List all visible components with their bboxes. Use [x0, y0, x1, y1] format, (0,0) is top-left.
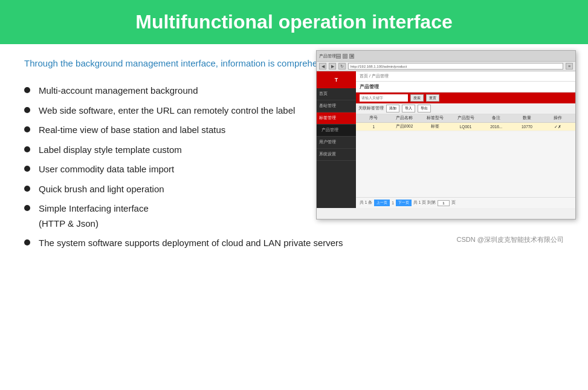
reset-button[interactable]: 重置 [426, 94, 439, 102]
pagination: 共 1 条 上一页 1 下一页 共 1 页 到第 页 [356, 197, 575, 208]
panel-title: 产品管理 [356, 82, 575, 93]
window-controls: — □ ✕ [336, 54, 354, 59]
settings-button: ≡ [566, 63, 573, 70]
sidebar-item-settings: 系统设置 [317, 149, 356, 161]
app-logo: T [317, 71, 356, 88]
bullet-dot [24, 186, 30, 192]
add-button[interactable]: 添加 [386, 105, 399, 112]
sidebar-item-home: 首页 [317, 88, 356, 100]
table-row: 1 产品0002 标签 LQ001 2016... 10770 ✓✗ [356, 123, 575, 131]
app-body: T 首页 基站管理 标签管理 产品管理 用户管理 系统设置 首页 / 产品管理 … [317, 71, 575, 208]
bullet-dot [24, 107, 30, 113]
action-bar: 关联标签管理 添加 导入 导出 [356, 103, 575, 114]
bullet-dot [24, 239, 30, 245]
browser-title-text: 产品管理 [319, 53, 336, 59]
browser-toolbar: ◀ ▶ ↻ http://192.168.1.100/admin/product… [317, 62, 575, 71]
back-button: ◀ [319, 63, 326, 70]
forward-button: ▶ [329, 63, 336, 70]
url-bar: http://192.168.1.100/admin/product [348, 63, 563, 70]
bullet-dot [24, 87, 30, 93]
search-button[interactable]: 搜索 [410, 94, 424, 102]
breadcrumb: 首页 / 产品管理 [356, 71, 575, 82]
bullet-dot [24, 205, 30, 211]
page-input[interactable] [438, 200, 450, 206]
maximize-button: □ [343, 54, 347, 59]
refresh-button: ↻ [338, 63, 346, 70]
sidebar-item-label: 标签管理 [317, 112, 356, 125]
sidebar-item-base: 基站管理 [317, 100, 356, 112]
browser-titlebar: 产品管理 — □ ✕ [317, 51, 575, 62]
sidebar-item-user: 用户管理 [317, 137, 356, 149]
export-button[interactable]: 导出 [418, 105, 431, 112]
footer-text: CSDN @深圳皮克智能技术有限公司 [457, 235, 564, 244]
bullet-dot [24, 126, 30, 132]
sidebar-item-product: 产品管理 [317, 125, 356, 137]
search-input[interactable] [360, 94, 408, 102]
import-button[interactable]: 导入 [402, 105, 415, 112]
page-title: Multifunctional operation interface [18, 11, 570, 33]
logo-text: T [335, 77, 338, 83]
close-button: ✕ [349, 54, 354, 59]
screenshot-image: 产品管理 — □ ✕ ◀ ▶ ↻ http://192.168.1.100/ad… [316, 50, 576, 219]
page-header: Multifunctional operation interface [0, 0, 588, 44]
next-page-button[interactable]: 下一页 [396, 200, 412, 206]
bullet-dot [24, 166, 30, 172]
main-content: Through the background management interf… [0, 56, 588, 250]
minimize-button: — [336, 54, 341, 59]
prev-page-button[interactable]: 上一页 [374, 200, 390, 206]
bullet-dot [24, 146, 30, 152]
app-sidebar: T 首页 基站管理 标签管理 产品管理 用户管理 系统设置 [317, 71, 356, 208]
table-header: 序号 产品名称 标签型号 产品型号 备注 数量 操作 [356, 114, 575, 123]
app-main-panel: 首页 / 产品管理 产品管理 搜索 重置 关联标签管理 添加 导入 导出 [356, 71, 575, 208]
search-row: 搜索 重置 [356, 93, 575, 103]
